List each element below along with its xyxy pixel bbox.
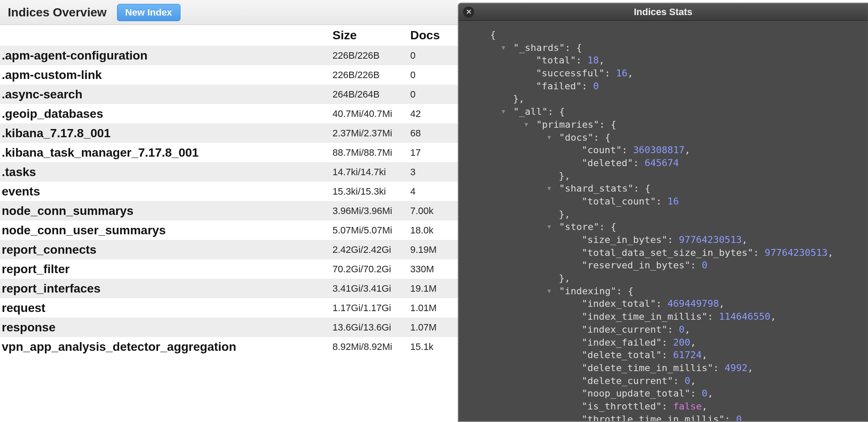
table-row[interactable]: .kibana_7.17.8_0012.37Mi/2.37Mi68 [0,123,458,143]
table-row[interactable]: vpn_app_analysis_detector_aggregation8.9… [0,337,458,356]
index-name[interactable]: .geoip_databases [0,107,333,121]
page-title: Indices Overview [8,6,107,19]
index-size: 88.7Mi/88.7Mi [333,147,410,158]
close-icon[interactable]: ✕ [463,6,474,18]
index-size: 226B/226B [333,50,410,61]
index-name[interactable]: response [0,321,333,334]
index-size: 1.17Gi/1.17Gi [333,302,410,314]
table-row[interactable]: request1.17Gi/1.17Gi1.01M [0,298,458,318]
index-docs: 17 [410,147,453,158]
table-row[interactable]: .apm-custom-link226B/226B0 [0,65,458,85]
index-docs: 19.1M [410,283,453,294]
index-name[interactable]: .apm-agent-configuration [0,49,333,63]
index-size: 15.3ki/15.3ki [333,186,410,197]
expand-icon[interactable]: ▼ [547,223,553,231]
index-name[interactable]: events [0,185,333,198]
expand-icon[interactable]: ▼ [524,120,530,129]
index-size: 3.41Gi/3.41Gi [333,283,410,294]
index-docs: 18.0k [410,225,453,236]
index-size: 8.92Mi/8.92Mi [333,341,410,353]
index-name[interactable]: report_connects [0,243,333,257]
index-docs: 9.19M [410,244,453,255]
index-size: 2.37Mi/2.37Mi [333,128,410,139]
table-row[interactable]: .async-search264B/264B0 [0,85,458,104]
index-size: 13.6Gi/13.6Gi [333,322,410,333]
index-name[interactable]: request [0,301,333,315]
index-name[interactable]: .tasks [0,165,333,179]
table-row[interactable]: .tasks14.7ki/14.7ki3 [0,162,458,182]
expand-icon[interactable]: ▼ [547,133,553,142]
index-docs: 68 [410,128,453,139]
index-docs: 1.01M [410,302,453,314]
json-viewer[interactable]: { ▼ "_shards": { "total": 18, "successfu… [459,21,868,421]
index-docs: 330M [410,264,453,275]
stats-title: Indices Stats [634,6,693,18]
index-docs: 0 [410,50,453,61]
table-header: Size Docs [0,25,458,46]
index-size: 70.2Gi/70.2Gi [333,264,410,275]
expand-icon[interactable]: ▼ [501,44,507,52]
table-row[interactable]: events15.3ki/15.3ki4 [0,182,458,201]
index-docs: 4 [410,186,453,197]
index-name[interactable]: .kibana_task_manager_7.17.8_001 [0,146,333,160]
column-size[interactable]: Size [333,28,410,42]
expand-icon[interactable]: ▼ [501,107,507,116]
table-row[interactable]: report_interfaces3.41Gi/3.41Gi19.1M [0,279,458,298]
index-size: 264B/264B [333,89,410,100]
index-size: 5.07Mi/5.07Mi [333,225,410,236]
indices-overview-panel: Indices Overview New Index Size Docs .ap… [0,0,458,422]
index-size: 3.96Mi/3.96Mi [333,205,410,217]
table-row[interactable]: node_conn_user_summarys5.07Mi/5.07Mi18.0… [0,220,458,240]
indices-stats-panel: ✕ Indices Stats { ▼ "_shards": { "total"… [458,3,868,422]
index-name[interactable]: report_interfaces [0,282,333,296]
stats-header: ✕ Indices Stats [459,3,868,21]
table-row[interactable]: report_filter70.2Gi/70.2Gi330M [0,259,458,279]
index-size: 2.42Gi/2.42Gi [333,244,410,255]
index-size: 226B/226B [333,69,410,81]
index-name[interactable]: node_conn_summarys [0,204,333,218]
index-docs: 42 [410,108,453,120]
indices-table: Size Docs .apm-agent-configuration226B/2… [0,25,458,356]
index-docs: 3 [410,167,453,178]
index-name[interactable]: vpn_app_analysis_detector_aggregation [0,340,333,354]
expand-icon[interactable]: ▼ [547,184,553,192]
table-row[interactable]: response13.6Gi/13.6Gi1.07M [0,318,458,337]
index-name[interactable]: .async-search [0,88,333,101]
index-docs: 15.1k [410,341,453,353]
index-docs: 7.00k [410,205,453,217]
index-name[interactable]: node_conn_user_summarys [0,224,333,237]
table-row[interactable]: .kibana_task_manager_7.17.8_00188.7Mi/88… [0,143,458,162]
index-size: 40.7Mi/40.7Mi [333,108,410,120]
index-docs: 0 [410,69,453,81]
index-docs: 1.07M [410,322,453,333]
index-name[interactable]: .kibana_7.17.8_001 [0,126,333,140]
table-row[interactable]: report_connects2.42Gi/2.42Gi9.19M [0,240,458,259]
table-row[interactable]: .apm-agent-configuration226B/226B0 [0,46,458,65]
column-docs[interactable]: Docs [410,28,453,42]
index-docs: 0 [410,89,453,100]
table-row[interactable]: .geoip_databases40.7Mi/40.7Mi42 [0,104,458,123]
expand-icon[interactable]: ▼ [547,287,553,295]
index-size: 14.7ki/14.7ki [333,167,410,178]
index-name[interactable]: .apm-custom-link [0,68,333,82]
header-bar: Indices Overview New Index [0,0,458,25]
new-index-button[interactable]: New Index [117,4,181,21]
index-name[interactable]: report_filter [0,262,333,276]
table-row[interactable]: node_conn_summarys3.96Mi/3.96Mi7.00k [0,201,458,220]
